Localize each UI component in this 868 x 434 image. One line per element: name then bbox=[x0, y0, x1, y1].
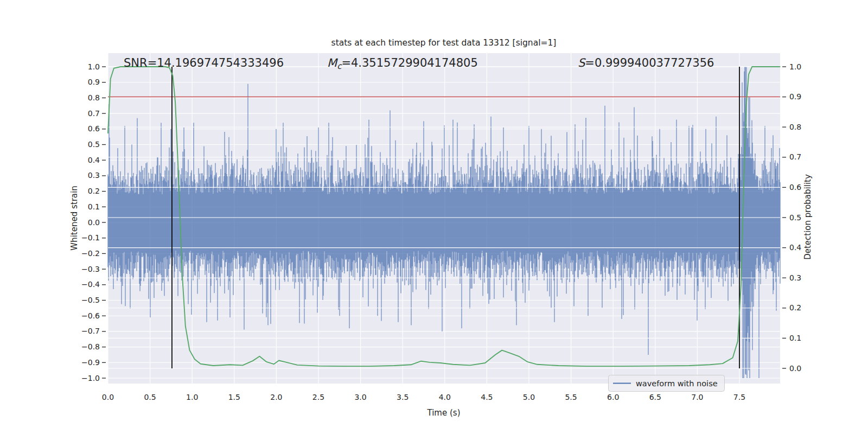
chirp-mass-symbol: M bbox=[327, 56, 338, 69]
x-tick-label: 5.5 bbox=[565, 393, 577, 401]
left-y-tick-label: −0.8 bbox=[81, 342, 100, 351]
left-y-tick-label: 0.8 bbox=[88, 93, 100, 102]
legend-label: waveform with noise bbox=[636, 379, 718, 388]
right-y-tick-label: 0.2 bbox=[789, 303, 801, 312]
chirp-mass-annotation: Mc=4.3515729904174805 bbox=[327, 56, 478, 71]
left-y-tick-label: 0.9 bbox=[88, 78, 100, 86]
left-y-tick-label: −0.9 bbox=[81, 358, 100, 367]
x-tick-label: 3.5 bbox=[397, 393, 409, 401]
left-y-tick-label: −0.4 bbox=[81, 280, 100, 289]
right-y-tick-label: 0.8 bbox=[789, 123, 801, 131]
x-tick-label: 4.0 bbox=[439, 393, 451, 401]
x-tick-label: 4.5 bbox=[481, 393, 493, 401]
right-y-tick-label: 0.9 bbox=[789, 92, 801, 101]
stats-chart: 0.00.51.01.52.02.53.03.54.04.55.05.56.06… bbox=[0, 0, 868, 434]
left-y-tick-label: −0.2 bbox=[81, 249, 100, 258]
left-y-tick-label: −0.7 bbox=[81, 327, 100, 335]
left-y-tick-label: −0.3 bbox=[81, 265, 100, 273]
x-tick-label: 1.0 bbox=[186, 393, 198, 401]
left-y-axis-label: Whitened strain bbox=[69, 186, 79, 250]
x-tick-label: 6.0 bbox=[607, 393, 619, 401]
left-y-tick-label: −0.6 bbox=[81, 311, 100, 320]
x-tick-label: 6.5 bbox=[649, 393, 661, 401]
right-y-tick-label: 0.4 bbox=[789, 243, 801, 252]
score-annotation: S=0.999940037727356 bbox=[578, 56, 714, 69]
x-tick-label: 0.5 bbox=[144, 393, 156, 401]
x-tick-label: 3.0 bbox=[354, 393, 366, 401]
right-y-tick-label: 0.3 bbox=[789, 273, 801, 282]
left-y-tick-label: 0.2 bbox=[88, 187, 100, 195]
right-y-tick-labels: 1.00.90.80.70.60.50.40.30.20.10.0 bbox=[789, 62, 801, 373]
right-y-tick-label: 0.6 bbox=[789, 183, 801, 192]
left-y-tick-label: 0.5 bbox=[88, 140, 100, 149]
left-y-tick-label: 0.3 bbox=[88, 171, 100, 180]
x-tick-label: 2.5 bbox=[312, 393, 324, 401]
x-tick-label: 7.0 bbox=[691, 393, 703, 401]
x-tick-label: 1.5 bbox=[228, 393, 240, 401]
left-y-tick-label: −1.0 bbox=[81, 374, 100, 382]
x-tick-label: 2.0 bbox=[270, 393, 282, 401]
left-y-tick-label: 0.0 bbox=[88, 218, 100, 227]
x-tick-label: 7.5 bbox=[733, 393, 745, 401]
right-y-axis-label: Detection probability bbox=[803, 174, 813, 260]
legend: waveform with noise bbox=[609, 375, 725, 392]
x-tick-label: 0.0 bbox=[102, 393, 114, 401]
x-tick-labels: 0.00.51.01.52.02.53.03.54.04.55.05.56.06… bbox=[102, 393, 745, 401]
left-y-tick-label: −0.1 bbox=[81, 233, 100, 242]
left-y-tick-labels: 1.00.90.80.70.60.50.40.30.20.10.0−0.1−0.… bbox=[81, 62, 100, 382]
snr-annotation: SNR=14.196974754333496 bbox=[124, 56, 284, 69]
left-y-tick-label: 0.7 bbox=[88, 109, 100, 118]
figure-canvas: 0.00.51.01.52.02.53.03.54.04.55.05.56.06… bbox=[0, 0, 868, 434]
chirp-mass-value: =4.3515729904174805 bbox=[341, 56, 477, 69]
right-y-tick-label: 0.7 bbox=[789, 152, 801, 161]
left-y-tick-label: 0.6 bbox=[88, 124, 100, 133]
score-value: =0.999940037727356 bbox=[585, 56, 714, 69]
left-y-tick-label: 0.1 bbox=[88, 202, 100, 211]
x-tick-label: 5.0 bbox=[523, 393, 535, 401]
x-axis-label: Time (s) bbox=[427, 408, 461, 418]
chart-title: stats at each timestep for test data 133… bbox=[331, 38, 557, 48]
right-y-tick-label: 0.0 bbox=[789, 364, 801, 373]
left-y-tick-label: 0.4 bbox=[88, 156, 100, 164]
left-y-tick-label: 1.0 bbox=[88, 62, 100, 71]
right-y-tick-label: 0.1 bbox=[789, 334, 801, 342]
left-y-tick-label: −0.5 bbox=[81, 296, 100, 304]
right-y-tick-label: 0.5 bbox=[789, 213, 801, 222]
right-y-tick-label: 1.0 bbox=[789, 62, 801, 71]
